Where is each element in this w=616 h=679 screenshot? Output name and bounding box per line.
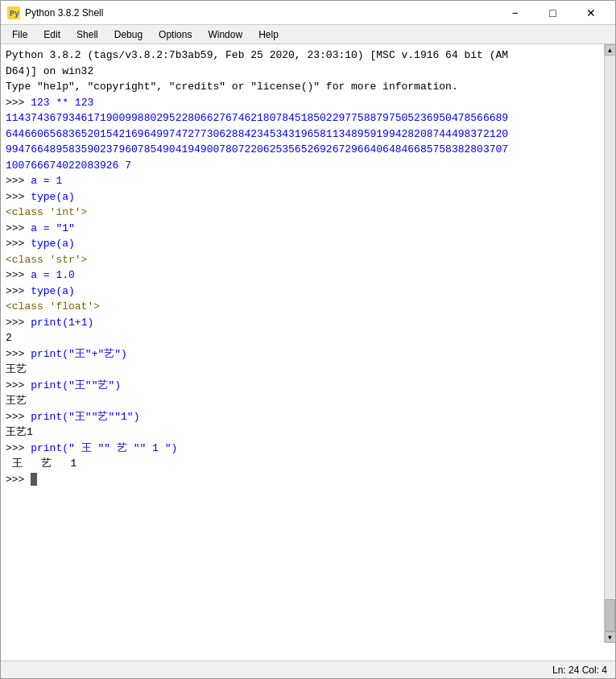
app-icon: Py <box>7 6 20 19</box>
shell-line: 2 <box>6 330 610 346</box>
menu-window[interactable]: Window <box>200 27 250 42</box>
cursor <box>31 473 37 486</box>
shell-line: >>> 123 ** 123 <box>6 95 610 111</box>
maximize-button[interactable]: □ <box>535 3 571 23</box>
menu-file[interactable]: File <box>4 27 35 42</box>
shell-line: 100766674022083926 7 <box>6 158 610 174</box>
shell-content[interactable]: Python 3.8.2 (tags/v3.8.2:7b3ab59, Feb 2… <box>1 44 615 660</box>
scroll-track[interactable] <box>605 56 615 631</box>
shell-line: 1143743679346171900998802952280662767462… <box>6 110 610 126</box>
scroll-down-arrow[interactable]: ▼ <box>605 631 616 643</box>
scroll-up-arrow[interactable]: ▲ <box>605 44 616 56</box>
shell-line: <class 'float'> <box>6 299 610 315</box>
menu-options[interactable]: Options <box>151 27 200 42</box>
menu-shell[interactable]: Shell <box>68 27 106 42</box>
shell-line: Python 3.8.2 (tags/v3.8.2:7b3ab59, Feb 2… <box>6 48 610 64</box>
shell-line: >>> type(a) <box>6 284 610 300</box>
menu-debug[interactable]: Debug <box>106 27 151 42</box>
window-controls: − □ ✕ <box>497 3 609 23</box>
shell-line: >>> a = 1.0 <box>6 267 610 284</box>
shell-line: >>> print(1+1) <box>6 315 610 331</box>
shell-line: 6446606568365201542169649974727730628842… <box>6 126 610 143</box>
shell-line: <class 'str'> <box>6 252 610 268</box>
svg-text:Py: Py <box>10 10 19 19</box>
shell-line: >>> a = "1" <box>6 221 610 237</box>
scroll-thumb[interactable] <box>605 599 615 631</box>
close-button[interactable]: ✕ <box>573 3 609 23</box>
shell-line: 王 艺 1 <box>6 456 610 472</box>
menu-help[interactable]: Help <box>250 27 287 42</box>
shell-line: >>> print(" 王 "" 艺 "" 1 ") <box>6 441 610 457</box>
scrollbar[interactable]: ▲ ▼ <box>604 44 615 643</box>
shell-line: <class 'int'> <box>6 205 610 221</box>
shell-line: >>> print("王"+"艺") <box>6 346 610 362</box>
shell-line: Type "help", "copyright", "credits" or "… <box>6 79 610 95</box>
output-area: Python 3.8.2 (tags/v3.8.2:7b3ab59, Feb 2… <box>6 48 610 657</box>
python-shell-window: Py Python 3.8.2 Shell − □ ✕ File Edit Sh… <box>0 0 616 679</box>
shell-line: >>> a = 1 <box>6 173 610 189</box>
shell-line: 王艺 <box>6 393 610 409</box>
shell-line: >>> print("王""艺""1") <box>6 409 610 425</box>
shell-line: >>> <box>6 472 610 488</box>
title-bar: Py Python 3.8.2 Shell − □ ✕ <box>1 1 615 25</box>
cursor-position: Ln: 24 Col: 4 <box>552 665 607 676</box>
menu-bar: File Edit Shell Debug Options Window Hel… <box>1 25 615 44</box>
shell-line: >>> print("王""艺") <box>6 378 610 394</box>
shell-line: >>> type(a) <box>6 189 610 205</box>
status-bar: Ln: 24 Col: 4 <box>1 660 615 678</box>
minimize-button[interactable]: − <box>497 3 533 23</box>
shell-line: 9947664895835902379607854904194900780722… <box>6 142 610 158</box>
menu-edit[interactable]: Edit <box>35 27 68 42</box>
shell-line: 王艺1 <box>6 424 610 441</box>
shell-line: 王艺 <box>6 362 610 378</box>
window-title: Python 3.8.2 Shell <box>25 7 497 19</box>
shell-line: D64)] on win32 <box>6 64 610 80</box>
shell-line: >>> type(a) <box>6 236 610 252</box>
